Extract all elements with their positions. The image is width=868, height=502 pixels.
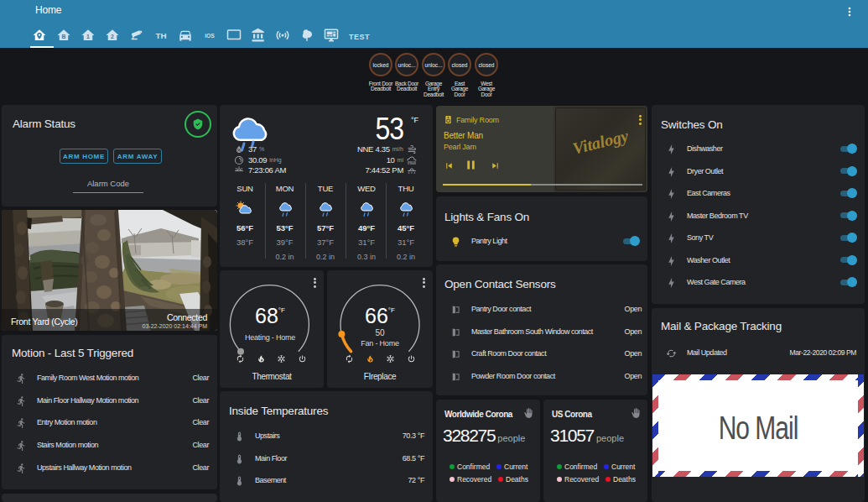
svg-text:iOS: iOS (205, 33, 215, 39)
svg-text:TH: TH (155, 31, 166, 40)
svg-text:B: B (61, 34, 65, 39)
svg-text:1: 1 (86, 34, 90, 39)
svg-text:2: 2 (111, 34, 114, 39)
